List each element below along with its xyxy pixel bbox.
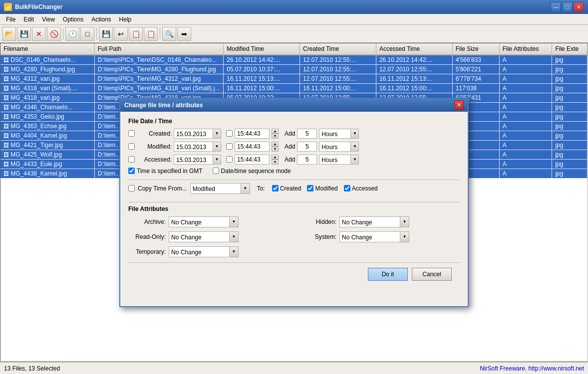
created-time-up[interactable]: ▲ xyxy=(272,129,279,134)
accessed-add-value[interactable] xyxy=(297,155,317,165)
created-unit-combo[interactable]: Hours ▼ xyxy=(319,129,359,139)
modified-unit-combo[interactable]: Hours ▼ xyxy=(319,142,359,152)
copy-accessed-item: Accessed xyxy=(344,185,378,192)
menu-item-edit[interactable]: Edit xyxy=(19,15,38,24)
toolbar-undo[interactable]: ↩ xyxy=(114,27,128,41)
created-add-value[interactable] xyxy=(297,129,317,139)
dialog-close-button[interactable]: ✕ xyxy=(454,100,464,110)
hidden-arrow[interactable]: ▼ xyxy=(400,217,409,227)
created-time-checkbox[interactable] xyxy=(226,130,233,137)
system-select[interactable]: No Change ▼ xyxy=(339,231,409,242)
status-left: 13 Files, 13 Selected xyxy=(4,365,480,372)
dialog-body: File Date / Time Created: 15.03.2013 ▼ ▲… xyxy=(120,112,468,292)
copy-accessed-checkbox[interactable] xyxy=(344,185,350,191)
accessed-time-checkbox[interactable] xyxy=(226,156,233,163)
created-checkbox[interactable] xyxy=(128,130,135,137)
accessed-date-combo[interactable]: 15.03.2013 ▼ xyxy=(174,155,221,165)
temporary-arrow[interactable]: ▼ xyxy=(229,247,238,257)
accessed-time-spin: ▲ ▼ xyxy=(272,155,279,165)
modified-unit-value: Hours xyxy=(319,142,350,151)
archive-value: No Change xyxy=(169,217,229,227)
copy-from-value: Modified xyxy=(191,184,241,193)
modified-date-value: 15.03.2013 xyxy=(174,142,213,151)
copy-modified-checkbox[interactable] xyxy=(307,185,313,191)
dialog-title-text: Change file time / attributes xyxy=(124,102,203,109)
created-unit-arrow[interactable]: ▼ xyxy=(350,129,358,138)
accessed-time-up[interactable]: ▲ xyxy=(272,155,279,160)
menu-item-options[interactable]: Options xyxy=(59,15,87,24)
archive-arrow[interactable]: ▼ xyxy=(229,217,238,227)
toolbar-copy[interactable]: 📋 xyxy=(129,27,143,41)
close-button[interactable]: ✕ xyxy=(574,2,584,12)
menu-item-help[interactable]: Help xyxy=(115,15,136,24)
temporary-row: Temporary: No Change ▼ xyxy=(128,246,289,257)
copy-time-checkbox[interactable] xyxy=(128,185,135,191)
toolbar-open[interactable]: 📂 xyxy=(2,27,16,41)
accessed-date-arrow[interactable]: ▼ xyxy=(213,155,221,164)
readonly-arrow[interactable]: ▼ xyxy=(229,232,238,242)
toolbar-paste[interactable]: 📋 xyxy=(144,27,158,41)
archive-select[interactable]: No Change ▼ xyxy=(169,216,239,227)
archive-row: Archive: No Change ▼ xyxy=(128,216,289,227)
hidden-row: Hidden: No Change ▼ xyxy=(299,216,460,227)
gmt-item: Time is specified in GMT xyxy=(128,168,203,175)
system-arrow[interactable]: ▼ xyxy=(400,232,409,242)
accessed-unit-combo[interactable]: Hours ▼ xyxy=(319,155,359,165)
datetime-seq-item: Date/time sequence mode xyxy=(213,168,291,175)
created-time-input[interactable] xyxy=(235,129,270,139)
modified-date-combo[interactable]: 15.03.2013 ▼ xyxy=(174,142,221,152)
maximize-button[interactable]: □ xyxy=(562,2,573,12)
hidden-value: No Change xyxy=(340,217,400,227)
datetime-seq-checkbox[interactable] xyxy=(213,168,219,174)
modified-time-up[interactable]: ▲ xyxy=(272,142,279,147)
accessed-unit-arrow[interactable]: ▼ xyxy=(350,155,358,164)
created-date-arrow[interactable]: ▼ xyxy=(213,129,221,138)
copy-created-checkbox[interactable] xyxy=(272,185,279,191)
temporary-select[interactable]: No Change ▼ xyxy=(169,246,239,257)
modified-date-arrow[interactable]: ▼ xyxy=(213,142,221,151)
modified-checkbox[interactable] xyxy=(128,143,135,150)
modified-time-checkbox[interactable] xyxy=(226,143,233,150)
readonly-select[interactable]: No Change ▼ xyxy=(169,231,239,242)
toolbar-search[interactable]: 🔍 xyxy=(162,27,176,41)
system-value: No Change xyxy=(340,232,400,242)
to-label: To: xyxy=(257,185,265,192)
toolbar-delete[interactable]: ✕ xyxy=(32,27,46,41)
gmt-checkbox[interactable] xyxy=(128,168,135,174)
cancel-button[interactable]: Cancel xyxy=(412,268,452,281)
minimize-button[interactable]: — xyxy=(551,2,561,12)
menu-item-view[interactable]: View xyxy=(38,15,59,24)
readonly-row: Read-Only: No Change ▼ xyxy=(128,231,289,242)
accessed-checkbox[interactable] xyxy=(128,156,135,163)
toolbar-go[interactable]: ➡ xyxy=(177,27,191,41)
modified-add-value[interactable] xyxy=(297,142,317,152)
attrs-section-header: File Attributes xyxy=(128,202,460,212)
modified-time-down[interactable]: ▼ xyxy=(272,147,279,152)
toolbar-stop[interactable]: 🚫 xyxy=(47,27,61,41)
title-bar: 📁 BulkFileChanger — □ ✕ xyxy=(0,0,588,14)
menu-item-file[interactable]: File xyxy=(2,15,19,24)
toolbar-time[interactable]: 🕐 xyxy=(65,27,79,41)
dialog-overlay: Change file time / attributes ✕ File Dat… xyxy=(0,43,588,362)
attrs-grid: Archive: No Change ▼ Hidden: No Change ▼ xyxy=(128,216,460,257)
copy-targets: Created Modified Accessed xyxy=(272,185,378,192)
modified-time-input[interactable] xyxy=(235,142,270,152)
accessed-time-input[interactable] xyxy=(235,155,270,165)
dialog-title-bar: Change file time / attributes ✕ xyxy=(120,99,468,112)
toolbar-save[interactable]: 💾 xyxy=(17,27,31,41)
system-label: System: xyxy=(299,233,336,240)
copy-from-arrow[interactable]: ▼ xyxy=(241,184,250,193)
menu-item-actions[interactable]: Actions xyxy=(87,15,115,24)
doit-button[interactable]: Do it xyxy=(368,268,408,281)
created-time-down[interactable]: ▼ xyxy=(272,134,279,139)
created-date-combo[interactable]: 15.03.2013 ▼ xyxy=(174,129,221,139)
toolbar-window[interactable]: □ xyxy=(80,27,94,41)
accessed-time-down[interactable]: ▼ xyxy=(272,160,279,165)
temporary-value: No Change xyxy=(169,247,229,257)
copy-from-select[interactable]: Modified ▼ xyxy=(190,183,250,194)
modified-add-label: Add xyxy=(285,143,295,150)
system-row: System: No Change ▼ xyxy=(299,231,460,242)
hidden-select[interactable]: No Change ▼ xyxy=(339,216,409,227)
toolbar-savefile[interactable]: 💾 xyxy=(99,27,113,41)
modified-unit-arrow[interactable]: ▼ xyxy=(350,142,358,151)
